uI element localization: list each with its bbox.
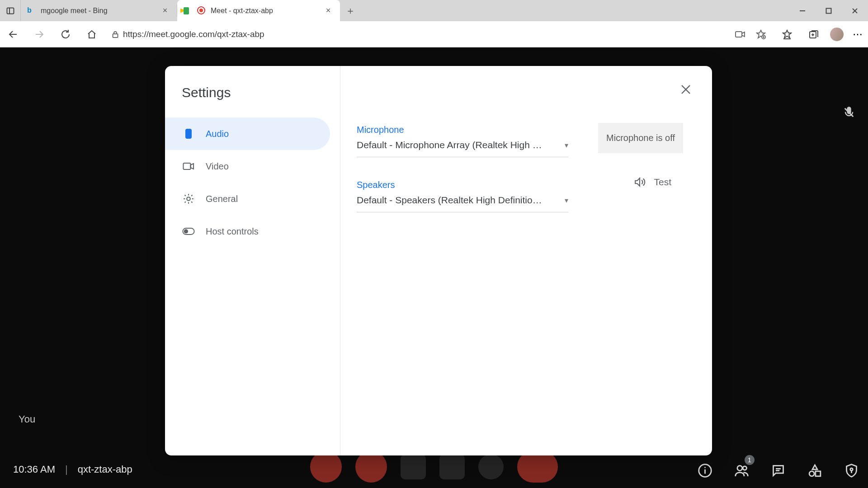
meet-control-bar [310, 451, 558, 483]
separator: | [65, 464, 68, 475]
camera-icon [182, 160, 195, 173]
settings-dialog: Settings Audio Video General [165, 66, 712, 455]
speaker-icon [182, 127, 195, 140]
mic-toggle-button[interactable] [310, 451, 342, 483]
present-button[interactable] [439, 454, 465, 479]
favorites-button[interactable] [774, 21, 800, 47]
nav-home-button[interactable] [79, 21, 105, 47]
svg-marker-42 [636, 178, 640, 186]
microphone-status-chip: Microphone is off [598, 123, 683, 153]
leave-call-button[interactable] [517, 451, 558, 483]
camera-indicator-icon[interactable] [730, 25, 750, 43]
svg-point-31 [850, 468, 853, 471]
tab-actions-button[interactable] [0, 0, 21, 21]
settings-content: Microphone Default - Microphone Array (R… [340, 66, 712, 455]
tab-close-button[interactable]: × [160, 6, 170, 15]
svg-marker-36 [191, 164, 194, 169]
nav-back-button[interactable] [0, 21, 26, 47]
svg-marker-15 [783, 30, 791, 38]
nav-label: Video [206, 161, 229, 172]
site-lock-icon[interactable] [108, 30, 123, 38]
settings-close-button[interactable] [678, 81, 694, 98]
chat-button[interactable] [771, 463, 786, 480]
svg-point-24 [737, 466, 742, 471]
svg-marker-28 [812, 465, 817, 469]
tab-close-button[interactable]: × [323, 6, 334, 15]
profile-avatar-button[interactable] [826, 28, 847, 41]
nav-label: Host controls [206, 226, 259, 237]
mic-muted-indicator-icon [843, 106, 855, 121]
meeting-code-label: qxt-ztax-abp [78, 464, 132, 475]
nav-forward-button[interactable] [26, 21, 52, 47]
svg-point-33 [188, 131, 189, 132]
address-bar[interactable]: https://meet.google.com/qxt-ztax-abp [108, 25, 771, 43]
participants-count-badge: 1 [745, 455, 755, 465]
tracking-prevention-icon[interactable] [750, 25, 771, 43]
meet-favicon-icon [184, 6, 193, 15]
microphone-dropdown-value: Default - Microphone Array (Realtek High… [357, 140, 542, 150]
svg-point-23 [704, 467, 706, 468]
chevron-down-icon: ▾ [565, 141, 568, 150]
settings-nav-audio[interactable]: Audio [165, 117, 330, 150]
svg-point-25 [743, 466, 746, 470]
nav-label: General [206, 194, 238, 204]
microphone-dropdown[interactable]: Default - Microphone Array (Realtek High… [357, 140, 568, 157]
new-tab-button[interactable]: ＋ [340, 0, 361, 21]
test-speakers-label: Test [654, 177, 671, 188]
svg-rect-0 [7, 8, 14, 14]
participants-button[interactable]: 1 [734, 463, 749, 480]
svg-point-37 [187, 197, 190, 201]
recording-indicator-icon [197, 6, 206, 15]
window-minimize-button[interactable] [789, 0, 816, 21]
more-options-button[interactable] [478, 454, 504, 479]
address-url: https://meet.google.com/qxt-ztax-abp [123, 29, 264, 39]
tab-title: mgoogle meet - Bing [41, 7, 155, 15]
speakers-dropdown-value: Default - Speakers (Realtek High Definit… [357, 195, 542, 206]
svg-point-34 [187, 134, 190, 137]
tab-title: Meet - qxt-ztax-abp [211, 7, 318, 15]
bing-favicon-icon: b [27, 6, 36, 15]
settings-nav-video[interactable]: Video [165, 150, 330, 183]
gear-icon [182, 192, 195, 205]
activities-button[interactable] [807, 463, 822, 480]
settings-sidebar: Settings Audio Video General [165, 66, 340, 455]
toggle-icon [182, 225, 195, 238]
self-view-label: You [19, 413, 35, 425]
settings-nav-host-controls[interactable]: Host controls [165, 215, 330, 248]
clock-label: 10:36 AM [13, 464, 55, 475]
settings-title: Settings [165, 66, 340, 117]
svg-rect-35 [184, 163, 191, 169]
host-controls-button[interactable] [844, 463, 859, 480]
svg-rect-9 [736, 32, 742, 37]
window-close-button[interactable] [842, 0, 868, 21]
tabstrip-spacer [361, 0, 789, 21]
window-maximize-button[interactable] [816, 0, 842, 21]
collections-button[interactable] [800, 21, 826, 47]
svg-marker-10 [742, 32, 745, 37]
svg-point-39 [184, 229, 188, 233]
svg-rect-8 [113, 34, 118, 38]
nav-label: Audio [206, 129, 229, 139]
browser-menu-button[interactable]: ⋯ [847, 28, 868, 40]
settings-nav-general[interactable]: General [165, 183, 330, 215]
camera-toggle-button[interactable] [355, 451, 387, 483]
meeting-details-button[interactable] [698, 463, 712, 480]
tab-meet[interactable]: Meet - qxt-ztax-abp × [177, 0, 340, 21]
svg-rect-3 [826, 8, 831, 13]
cc-button[interactable] [401, 454, 426, 479]
test-speakers-button[interactable]: Test [634, 176, 671, 188]
speakers-dropdown[interactable]: Default - Speakers (Realtek High Definit… [357, 195, 568, 212]
nav-refresh-button[interactable] [52, 21, 79, 47]
chevron-down-icon: ▾ [565, 196, 568, 205]
svg-rect-30 [816, 471, 821, 476]
tab-bing[interactable]: b mgoogle meet - Bing × [21, 0, 177, 21]
svg-point-29 [809, 471, 814, 476]
